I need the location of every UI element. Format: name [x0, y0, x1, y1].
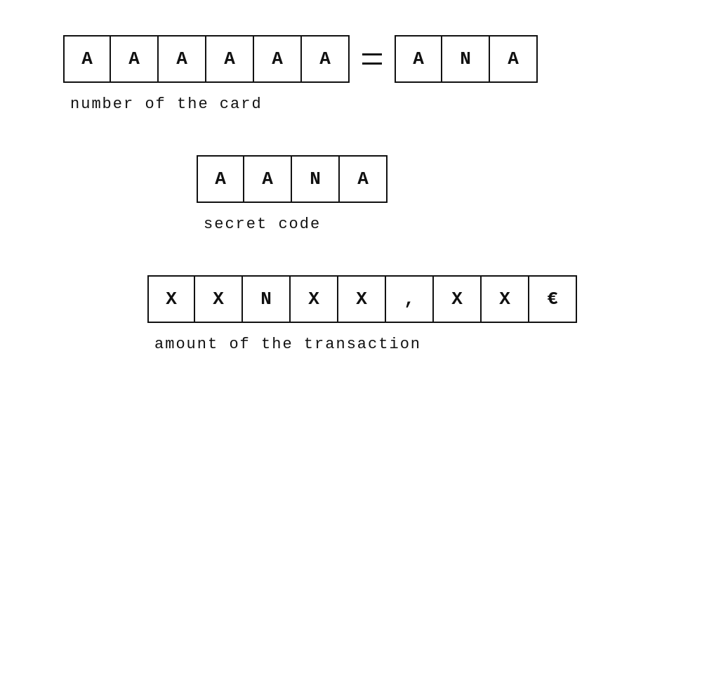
cell-1: A — [111, 35, 159, 83]
cell-2: N — [243, 275, 291, 323]
card-number-row: AAAAAA ANA — [63, 35, 538, 83]
card-number-section: AAAAAA ANA number of the card — [63, 35, 538, 113]
cell-4: A — [254, 35, 302, 83]
cell-1: N — [442, 35, 490, 83]
cell-3: A — [206, 35, 254, 83]
transaction-group1: XXNXX,XX€ — [147, 275, 577, 323]
cell-3: A — [340, 155, 388, 203]
cell-5: A — [302, 35, 350, 83]
secret-code-group1: AANA — [197, 155, 388, 203]
cell-4: X — [338, 275, 386, 323]
cell-1: A — [244, 155, 292, 203]
cell-2: A — [490, 35, 538, 83]
cell-2: N — [292, 155, 340, 203]
secret-code-section: AANA secret code — [197, 155, 388, 233]
cell-8: € — [529, 275, 577, 323]
cell-0: A — [63, 35, 111, 83]
card-number-group2: ANA — [395, 35, 538, 83]
dash-top — [362, 53, 382, 55]
transaction-label: amount of the transaction — [154, 336, 577, 353]
cell-7: X — [482, 275, 529, 323]
cell-5: , — [386, 275, 434, 323]
card-number-label: number of the card — [70, 95, 538, 113]
dash-bottom — [362, 62, 382, 65]
page-container: AAAAAA ANA number of the card AANA secre… — [0, 0, 728, 700]
cell-6: X — [434, 275, 482, 323]
secret-code-row: AANA — [197, 155, 388, 203]
cell-0: A — [197, 155, 244, 203]
cell-1: X — [195, 275, 243, 323]
card-number-group1: AAAAAA — [63, 35, 350, 83]
transaction-row: XXNXX,XX€ — [147, 275, 577, 323]
cell-3: X — [291, 275, 338, 323]
cell-0: X — [147, 275, 195, 323]
transaction-section: XXNXX,XX€ amount of the transaction — [147, 275, 577, 353]
cell-0: A — [395, 35, 442, 83]
cell-2: A — [159, 35, 206, 83]
separator — [362, 53, 382, 65]
secret-code-label: secret code — [204, 216, 388, 233]
